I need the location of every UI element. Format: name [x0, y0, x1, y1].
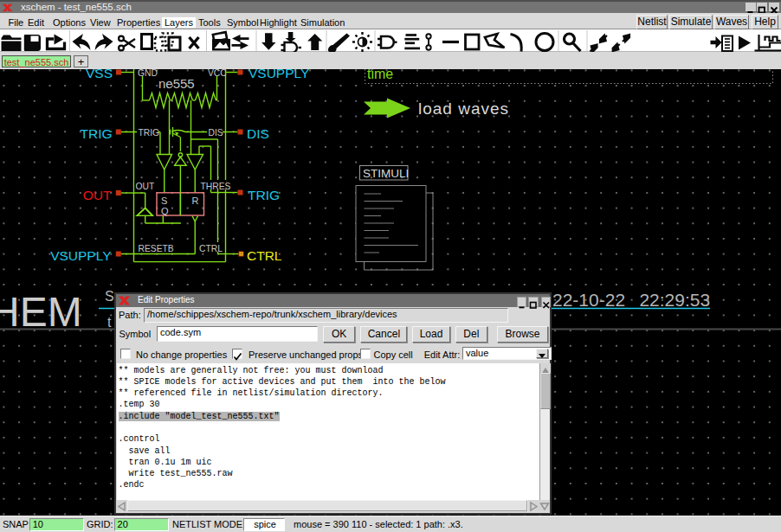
svg-text:S: S [161, 195, 167, 206]
svg-text:TRIG: TRIG [139, 128, 160, 138]
svg-text:STIMULI: STIMULI [363, 167, 409, 180]
svg-text:VSS: VSS [86, 69, 113, 80]
svg-text:t: t [107, 315, 112, 330]
svg-text:TRIG: TRIG [80, 126, 112, 141]
svg-text:VCC: VCC [208, 69, 227, 78]
svg-text:S: S [105, 289, 114, 304]
svg-text:GND: GND [138, 69, 158, 78]
svg-text:R: R [192, 195, 199, 206]
svg-text:Q: Q [161, 206, 169, 216]
svg-text:THRES: THRES [201, 182, 231, 191]
svg-text:CTRL: CTRL [199, 244, 223, 253]
svg-text:CTRL: CTRL [247, 248, 282, 263]
svg-text:HEM: HEM [0, 289, 82, 335]
svg-text:OUT: OUT [136, 182, 155, 191]
svg-text:ne555: ne555 [158, 76, 195, 91]
svg-text:VSUPPLY: VSUPPLY [248, 69, 309, 80]
svg-text:RESETB: RESETB [139, 244, 174, 253]
svg-text:DIS: DIS [247, 126, 269, 141]
svg-text:load waves: load waves [418, 99, 509, 118]
svg-text:TRIG: TRIG [248, 188, 280, 202]
svg-text:OUT: OUT [83, 188, 112, 202]
svg-text:DIS: DIS [209, 128, 223, 138]
svg-text:time: time [367, 69, 393, 81]
svg-text:22-10-22 22:29:53: 22-10-22 22:29:53 [552, 290, 710, 310]
svg-text:VSUPPLY: VSUPPLY [50, 248, 111, 263]
